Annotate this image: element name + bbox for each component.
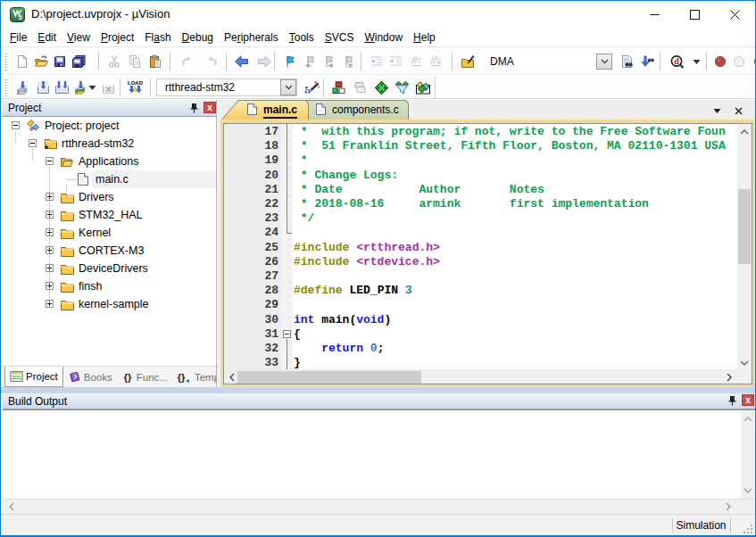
collapse-icon[interactable] (12, 121, 20, 129)
redo-button[interactable] (204, 52, 221, 71)
menu-flash[interactable]: Flash (139, 29, 176, 46)
breakpoint-disable-button[interactable] (730, 52, 748, 71)
tree-item-label[interactable]: CORTEX-M3 (79, 244, 144, 257)
debug-session-dropdown[interactable] (690, 52, 702, 71)
project-panel-close-button[interactable]: x (204, 102, 216, 113)
menu-file[interactable]: File (4, 29, 32, 46)
scroll-up-arrow[interactable] (741, 413, 755, 425)
scroll-down-arrow[interactable] (741, 484, 755, 497)
cut-button[interactable] (105, 52, 123, 71)
code-editor[interactable]: 17 * with this program; if not, write to… (224, 124, 737, 369)
menu-svcs[interactable]: SVCS (320, 29, 360, 46)
editor-tab-list-button[interactable] (710, 104, 723, 117)
target-combobox-value[interactable]: rtthread-stm32 (157, 81, 280, 94)
navigate-forward-button[interactable] (255, 52, 273, 71)
build-button[interactable] (34, 78, 52, 97)
tree-item-label[interactable]: Kernel (79, 227, 111, 239)
collapse-icon[interactable] (29, 139, 37, 147)
code-line-23[interactable]: 23 */ (224, 211, 737, 227)
tree-item-devicedrivers[interactable]: DeviceDrivers (3, 260, 216, 277)
toolbar-grip[interactable] (4, 54, 7, 70)
code-line-24[interactable]: 24 (224, 226, 737, 241)
manage-books-button[interactable] (351, 78, 369, 97)
code-line-32[interactable]: 32 return 0; (224, 342, 737, 357)
options-for-target-button[interactable] (303, 78, 321, 97)
toolbar-grip[interactable] (4, 79, 7, 96)
tree-item-finsh[interactable]: finsh (3, 277, 216, 295)
find-combobox[interactable]: DMA (481, 53, 613, 70)
new-file-button[interactable] (13, 52, 31, 71)
bookmark-prev-button[interactable] (301, 52, 319, 71)
bookmark-toggle-button[interactable] (281, 52, 299, 71)
target-combobox[interactable]: rtthread-stm32 (156, 78, 297, 96)
build-output-close-button[interactable]: x (742, 394, 754, 406)
bookmark-next-button[interactable] (320, 52, 338, 71)
tree-item-applications[interactable]: Applications (3, 153, 216, 170)
manage-project-items-button[interactable] (329, 78, 347, 97)
editor-tab-label[interactable]: main.c (263, 103, 297, 119)
menu-tools[interactable]: Tools (284, 29, 320, 46)
editor-tab-label[interactable]: components.c (332, 103, 399, 116)
menu-window[interactable]: Window (359, 29, 408, 46)
tree-item-label[interactable]: Drivers (79, 191, 114, 203)
editor-vscrollbar[interactable] (737, 124, 752, 371)
incremental-find-button[interactable] (638, 52, 656, 71)
editor-close-file-button[interactable] (732, 104, 744, 117)
tree-item-drivers[interactable]: Drivers (3, 188, 216, 206)
tree-item-main-c[interactable]: main.c (3, 170, 216, 188)
bookmark-clear-button[interactable] (340, 52, 358, 71)
menu-project[interactable]: Project (96, 29, 139, 46)
pack-installer-button[interactable] (414, 78, 432, 97)
minimize-button[interactable] (635, 1, 675, 29)
pin-icon[interactable] (189, 102, 200, 114)
menu-help[interactable]: Help (408, 29, 441, 46)
pin-icon[interactable] (727, 394, 738, 407)
scroll-left-arrow[interactable] (226, 370, 238, 384)
editor-hscrollbar[interactable] (224, 369, 737, 384)
find-in-files-button[interactable] (459, 52, 477, 71)
rebuild-button[interactable] (53, 78, 71, 97)
code-line-30[interactable]: 30int main(void) (224, 313, 737, 328)
find-combobox-dropdown[interactable] (596, 54, 612, 70)
run-time-environment-button[interactable] (372, 78, 390, 97)
menu-edit[interactable]: Edit (32, 29, 62, 46)
panel-tab-project[interactable]: Project (4, 367, 63, 387)
build-output-vscrollbar[interactable] (741, 411, 755, 499)
code-line-22[interactable]: 22 * 2018-08-16 armink first implementat… (224, 197, 737, 212)
menu-peripherals[interactable]: Peripherals (219, 29, 284, 46)
save-button[interactable] (51, 52, 69, 71)
build-output-hscrollbar[interactable] (3, 499, 755, 514)
editor-vscroll-thumb[interactable] (738, 189, 751, 264)
scroll-down-arrow[interactable] (737, 357, 752, 369)
code-line-20[interactable]: 20 * Change Logs: (224, 169, 737, 184)
find-combobox-value[interactable]: DMA (482, 55, 596, 68)
open-file-button[interactable] (32, 52, 50, 71)
scroll-right-arrow[interactable] (723, 370, 735, 384)
panel-tab-books[interactable]: ?Books (63, 367, 117, 387)
paste-button[interactable] (146, 52, 164, 71)
code-line-26[interactable]: 26#include <rtdevice.h> (224, 255, 737, 270)
panel-tab-func[interactable]: {}Func... (117, 367, 172, 387)
code-line-18[interactable]: 18 * 51 Franklin Street, Fifth Floor, Bo… (224, 139, 737, 154)
tree-item-rtthread-stm32[interactable]: rtthread-stm32 (3, 135, 216, 153)
tree-item-stm32-hal[interactable]: STM32_HAL (3, 206, 216, 224)
tree-item-label[interactable]: Project: project (45, 120, 119, 132)
tree-item-label[interactable]: kernel-sample (79, 298, 149, 310)
debug-session-button[interactable]: d (669, 52, 686, 71)
scroll-right-arrow[interactable] (722, 500, 735, 513)
code-line-33[interactable]: 33} (224, 356, 737, 369)
breakpoint-kill-button[interactable] (751, 52, 756, 71)
editor-hscroll-thumb[interactable] (237, 371, 421, 384)
comment-button[interactable] (407, 52, 425, 71)
code-line-31[interactable]: 31{ (224, 327, 737, 343)
code-line-17[interactable]: 17 * with this program; if not, write to… (224, 125, 737, 140)
save-all-button[interactable] (70, 52, 87, 71)
download-button[interactable]: LOAD (126, 78, 144, 97)
tree-item-label[interactable]: main.c (96, 173, 129, 186)
translate-button[interactable] (13, 78, 31, 97)
tree-item-label[interactable]: DeviceDrivers (79, 262, 148, 275)
code-line-27[interactable]: 27 (224, 269, 737, 285)
select-software-packs-button[interactable] (393, 78, 411, 97)
stop-build-button[interactable] (99, 78, 117, 97)
tree-item-label[interactable]: Applications (79, 155, 138, 168)
